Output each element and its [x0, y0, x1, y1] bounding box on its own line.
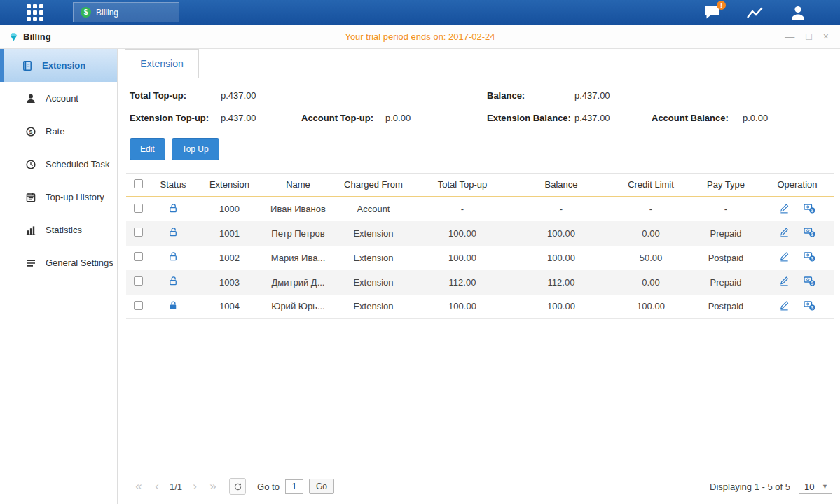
trial-notice: Your trial period ends on: 2017-02-24 — [345, 31, 495, 42]
maximize-icon[interactable]: □ — [806, 31, 811, 41]
edit-pencil-icon[interactable] — [779, 251, 790, 262]
top-up-money-icon[interactable]: $ — [804, 227, 815, 237]
cell-extension: 1000 — [196, 197, 263, 221]
extension-topup-value: p.437.00 — [221, 113, 301, 123]
cell-extension: 1003 — [196, 270, 263, 295]
status-locked-icon — [168, 300, 179, 311]
cell-name: Мария Ива... — [263, 246, 333, 270]
account-balance-value: p.0.00 — [743, 113, 840, 123]
sidebar-item-statistics[interactable]: Statistics — [0, 214, 117, 246]
column-header-status: Status — [150, 174, 196, 197]
extension-content: Total Top-up: p.437.00 Balance: p.437.00… — [118, 78, 840, 469]
select-all-checkbox[interactable] — [134, 179, 143, 188]
svg-text:$: $ — [811, 208, 814, 213]
cell-credit-limit: 50.00 — [611, 246, 691, 270]
cell-pay-type: Postpaid — [691, 246, 761, 270]
status-unlocked-icon — [168, 203, 179, 214]
row-checkbox[interactable] — [134, 204, 143, 213]
row-checkbox[interactable] — [134, 227, 143, 237]
sidebar: Extension Account $ Rate Scheduled Task — [0, 49, 118, 504]
clock-icon — [25, 159, 36, 170]
displaying-count: Displaying 1 - 5 of 5 — [710, 482, 790, 492]
sidebar-item-label: Rate — [46, 126, 64, 136]
svg-text:$: $ — [811, 232, 814, 237]
svg-text:$: $ — [811, 256, 814, 261]
cell-credit-limit: 100.00 — [611, 295, 691, 319]
sidebar-item-rate[interactable]: $ Rate — [0, 115, 117, 148]
sidebar-item-account[interactable]: Account — [0, 82, 117, 115]
goto-label: Go to — [257, 482, 280, 492]
total-topup-value: p.437.00 — [221, 90, 301, 101]
goto-page-input[interactable] — [285, 479, 303, 494]
sidebar-item-topup-history[interactable]: Top-up History — [0, 181, 117, 214]
edit-pencil-icon[interactable] — [779, 276, 790, 286]
close-icon[interactable]: × — [823, 31, 829, 41]
chevron-down-icon: ▼ — [822, 483, 828, 490]
sidebar-item-label: Statistics — [46, 225, 82, 235]
cell-balance: 100.00 — [511, 221, 611, 246]
settings-list-icon — [25, 258, 36, 269]
topbar: $ Billing ! — [0, 0, 840, 24]
cell-pay-type: Prepaid — [691, 270, 761, 295]
top-up-money-icon[interactable]: $ — [804, 251, 815, 262]
status-unlocked-icon — [168, 227, 179, 237]
user-account-icon[interactable] — [790, 5, 806, 20]
sidebar-item-scheduled-task[interactable]: Scheduled Task — [0, 148, 117, 181]
cell-extension: 1004 — [196, 295, 263, 319]
sidebar-item-label: General Settings — [46, 258, 113, 268]
edit-pencil-icon[interactable] — [779, 227, 790, 237]
column-header-name: Name — [263, 174, 333, 197]
top-up-money-icon[interactable]: $ — [804, 300, 815, 311]
billing-dollar-icon: $ — [81, 7, 91, 18]
window-title: Billing — [23, 31, 51, 42]
row-checkbox[interactable] — [134, 301, 143, 310]
cell-charged-from: Extension — [333, 295, 413, 319]
first-page-button[interactable]: « — [130, 479, 148, 493]
row-checkbox[interactable] — [134, 252, 143, 261]
page-size-select[interactable]: 10 ▼ — [799, 479, 832, 494]
cell-charged-from: Extension — [333, 270, 413, 295]
top-up-money-icon[interactable]: $ — [804, 276, 815, 286]
rate-coin-icon: $ — [25, 126, 36, 137]
prev-page-button[interactable]: ‹ — [148, 479, 166, 493]
top-up-money-icon[interactable]: $ — [804, 203, 815, 214]
total-topup-label: Total Top-up: — [130, 90, 221, 101]
statistics-chart-icon[interactable] — [746, 6, 764, 20]
sidebar-item-extension[interactable]: Extension — [0, 49, 117, 82]
tabstrip: Extension — [118, 49, 840, 78]
edit-pencil-icon[interactable] — [779, 300, 790, 311]
cell-total-topup: - — [413, 197, 511, 221]
minimize-icon[interactable]: — — [785, 31, 794, 41]
extension-balance-value: p.437.00 — [574, 113, 652, 123]
top-up-button[interactable]: Top Up — [172, 138, 219, 160]
extension-balance-label: Extension Balance: — [487, 113, 574, 123]
status-unlocked-icon — [168, 251, 179, 262]
window-titlebar: Billing Your trial period ends on: 2017-… — [0, 24, 840, 49]
app-title: Billing — [8, 31, 51, 42]
bar-chart-icon — [25, 225, 36, 236]
last-page-button[interactable]: » — [204, 479, 222, 493]
chat-icon[interactable]: ! — [703, 5, 721, 20]
notification-badge: ! — [717, 1, 726, 10]
edit-button[interactable]: Edit — [130, 138, 165, 160]
cell-credit-limit: 0.00 — [611, 270, 691, 295]
tab-extension[interactable]: Extension — [125, 49, 199, 78]
svg-text:$: $ — [811, 281, 814, 286]
topbar-tab-billing[interactable]: $ Billing — [73, 2, 179, 22]
row-checkbox[interactable] — [134, 276, 143, 286]
main-panel: Extension Total Top-up: p.437.00 Balance… — [118, 49, 840, 504]
app-grid-icon[interactable] — [27, 4, 43, 21]
account-topup-value: p.0.00 — [385, 113, 487, 123]
cell-balance: - — [511, 197, 611, 221]
refresh-button[interactable] — [229, 478, 246, 495]
cell-total-topup: 100.00 — [413, 246, 511, 270]
edit-pencil-icon[interactable] — [779, 203, 790, 214]
table-row: 1000 Иван Иванов Account - - - - $ — [126, 197, 834, 221]
column-header-total-topup: Total Top-up — [413, 174, 511, 197]
go-button[interactable]: Go — [309, 479, 334, 494]
column-header-balance: Balance — [511, 174, 611, 197]
person-icon — [790, 5, 806, 20]
next-page-button[interactable]: › — [186, 479, 204, 493]
status-unlocked-icon — [168, 276, 179, 286]
sidebar-item-general-settings[interactable]: General Settings — [0, 246, 117, 279]
